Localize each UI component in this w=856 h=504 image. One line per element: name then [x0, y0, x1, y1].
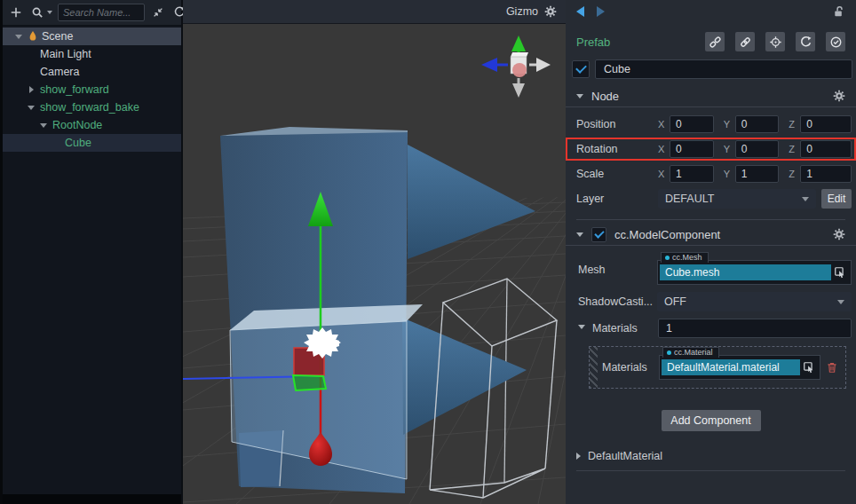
asset-type-dot-icon — [665, 256, 670, 260]
search-type-caret-icon[interactable] — [47, 11, 52, 14]
search-type-icon[interactable] — [29, 4, 45, 20]
caret-spacer — [49, 136, 63, 150]
mesh-label: Mesh — [578, 260, 657, 276]
default-material-label: DefaultMaterial — [588, 450, 662, 462]
delete-material-icon[interactable] — [826, 361, 838, 374]
scale-y-group: Y1 — [724, 165, 789, 183]
model-component-title: cc.ModelComponent — [614, 228, 720, 241]
node-settings-icon[interactable] — [833, 90, 845, 102]
chevron-down-icon — [802, 197, 809, 201]
materials-caret-icon[interactable] — [578, 325, 585, 329]
mesh-asset-box[interactable]: cc.Mesh Cube.mesh — [657, 260, 852, 285]
mesh-row: Mesh cc.Mesh Cube.mesh — [567, 260, 854, 285]
axis-label: Z — [789, 144, 800, 154]
caret-down-icon[interactable] — [36, 118, 51, 132]
mesh-asset-value[interactable]: Cube.mesh — [660, 264, 831, 280]
divider — [576, 219, 845, 220]
tree-item-show-forward-bake[interactable]: show_forward_bake — [3, 98, 181, 116]
material-asset-value[interactable]: DefaultMaterial.material — [662, 359, 800, 375]
locate-asset-button[interactable] — [765, 32, 785, 51]
tree-item-rootnode[interactable]: RootNode — [3, 116, 181, 134]
rotation-z-field[interactable]: 0 — [800, 140, 852, 158]
prefab-label: Prefab — [576, 35, 610, 49]
position-x-group: X0 — [658, 115, 724, 133]
scale-x-field[interactable]: 1 — [670, 165, 714, 183]
scene-flame-icon — [26, 29, 40, 43]
node-section-header[interactable]: Node — [566, 85, 856, 107]
link-prefab-button[interactable] — [735, 32, 755, 51]
history-forward-icon[interactable] — [597, 6, 605, 17]
model-component-settings-icon[interactable] — [833, 228, 845, 240]
position-y-field[interactable]: 0 — [735, 115, 780, 133]
material-asset-tag: cc.Material — [662, 347, 719, 358]
node-name-field[interactable]: Cube — [595, 59, 852, 79]
gizmo-plane-handle-green[interactable] — [293, 375, 326, 390]
node-collapse-caret-icon[interactable] — [576, 94, 583, 98]
unlink-prefab-button[interactable] — [705, 32, 725, 51]
scale-y-field[interactable]: 1 — [735, 165, 780, 183]
layer-value: DEFAULT — [665, 193, 714, 205]
transform-row-scale: ScaleX1Y1Z1 — [567, 164, 854, 184]
material-picker-icon[interactable] — [800, 361, 818, 374]
axis-label: X — [658, 119, 670, 130]
scale-label: Scale — [576, 168, 658, 180]
mesh-asset-tag: cc.Mesh — [661, 252, 709, 263]
lock-icon[interactable] — [832, 5, 845, 19]
tree-item-camera[interactable]: Camera — [3, 63, 181, 81]
caret-down-icon[interactable] — [24, 100, 38, 114]
default-material-section[interactable]: DefaultMaterial — [576, 450, 845, 471]
axis-label: Z — [789, 169, 800, 179]
scene-viewport[interactable]: Gizmo — [183, 0, 566, 504]
model-component-checkbox[interactable] — [591, 227, 606, 242]
tree-item-label: Main Light — [40, 48, 91, 60]
collapse-all-icon[interactable] — [150, 4, 166, 20]
add-node-icon[interactable] — [8, 4, 24, 20]
orientation-sphere[interactable] — [512, 63, 527, 77]
layer-label: Layer — [576, 193, 658, 205]
position-z-field[interactable]: 0 — [800, 115, 852, 133]
shadow-casting-value: OFF — [664, 295, 686, 308]
tree-item-scene[interactable]: Scene — [3, 28, 181, 45]
position-y-group: Y0 — [724, 115, 789, 133]
axis-label: Y — [724, 144, 735, 154]
tree-item-label: Camera — [40, 66, 79, 78]
default-material-caret-icon[interactable] — [576, 453, 581, 460]
caret-spacer — [24, 47, 38, 61]
tree-item-label: show_forward — [40, 83, 109, 96]
scene-3d-canvas[interactable] — [183, 0, 566, 504]
transform-row-rotation: RotationX0Y0Z0 — [567, 139, 854, 159]
search-input[interactable] — [58, 4, 145, 21]
layer-dropdown[interactable]: DEFAULT — [658, 189, 816, 209]
node-active-checkbox[interactable] — [572, 60, 590, 78]
axis-label: Y — [724, 169, 735, 179]
tree-item-main-light[interactable]: Main Light — [3, 45, 181, 63]
model-component-caret-icon[interactable] — [576, 232, 583, 237]
shadow-casting-label: ShadowCasti... — [578, 292, 657, 308]
prefab-buttons — [705, 32, 845, 51]
scale-z-field[interactable]: 1 — [800, 165, 852, 183]
scale-x-group: X1 — [658, 165, 724, 183]
asset-type-dot-icon — [667, 350, 671, 355]
mesh-picker-icon[interactable] — [831, 266, 849, 279]
add-component-button[interactable]: Add Component — [662, 410, 761, 431]
shadow-casting-dropdown[interactable]: OFF — [657, 292, 852, 311]
material-asset-box[interactable]: cc.Material DefaultMaterial.material — [659, 355, 820, 380]
gizmo-settings-icon[interactable] — [544, 5, 557, 18]
rotation-z-group: Z0 — [789, 140, 854, 158]
tree-item-show-forward[interactable]: show_forward — [3, 81, 181, 98]
caret-right-icon[interactable] — [24, 83, 38, 97]
caret-down-icon[interactable] — [12, 29, 26, 43]
history-back-icon[interactable] — [576, 6, 584, 17]
materials-count-field[interactable]: 1 — [658, 319, 852, 338]
reset-prefab-button[interactable] — [796, 32, 815, 51]
tree-item-cube[interactable]: Cube — [3, 134, 181, 152]
chevron-down-icon — [837, 300, 844, 304]
apply-prefab-button[interactable] — [826, 32, 845, 51]
position-x-field[interactable]: 0 — [670, 115, 714, 133]
rotation-y-field[interactable]: 0 — [735, 140, 780, 158]
layer-edit-button[interactable]: Edit — [821, 189, 852, 209]
rotation-x-field[interactable]: 0 — [670, 140, 714, 158]
axis-label: X — [658, 169, 670, 179]
position-z-group: Z0 — [789, 115, 854, 133]
model-component-header[interactable]: cc.ModelComponent — [566, 224, 856, 246]
